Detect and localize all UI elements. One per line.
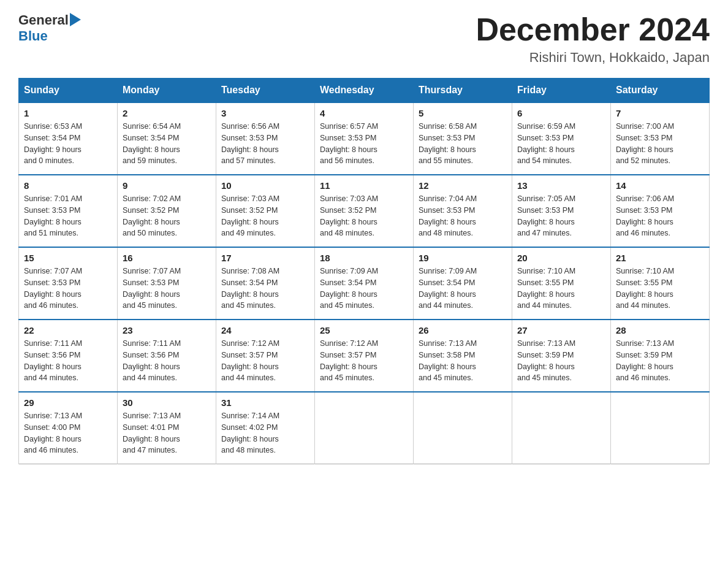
calendar-cell: 20 Sunrise: 7:10 AMSunset: 3:55 PMDaylig… (512, 247, 611, 320)
day-info: Sunrise: 7:06 AMSunset: 3:53 PMDaylight:… (616, 193, 704, 239)
day-number: 31 (221, 397, 309, 408)
header-saturday: Saturday (611, 79, 710, 103)
day-info: Sunrise: 7:05 AMSunset: 3:53 PMDaylight:… (517, 193, 605, 239)
calendar-cell: 25 Sunrise: 7:12 AMSunset: 3:57 PMDaylig… (315, 320, 414, 392)
day-info: Sunrise: 6:56 AMSunset: 3:53 PMDaylight:… (221, 121, 309, 167)
calendar-week-4: 22 Sunrise: 7:11 AMSunset: 3:56 PMDaylig… (19, 320, 710, 392)
day-number: 13 (517, 180, 605, 191)
day-info: Sunrise: 7:11 AMSunset: 3:56 PMDaylight:… (24, 338, 112, 384)
day-info: Sunrise: 6:57 AMSunset: 3:53 PMDaylight:… (320, 121, 408, 167)
day-number: 29 (24, 397, 112, 408)
calendar-cell: 26 Sunrise: 7:13 AMSunset: 3:58 PMDaylig… (414, 320, 512, 392)
calendar-cell: 12 Sunrise: 7:04 AMSunset: 3:53 PMDaylig… (414, 175, 512, 247)
header-friday: Friday (512, 79, 611, 103)
calendar-table: SundayMondayTuesdayWednesdayThursdayFrid… (18, 78, 710, 464)
calendar-cell (414, 392, 512, 464)
day-info: Sunrise: 7:13 AMSunset: 3:58 PMDaylight:… (419, 338, 507, 384)
day-number: 5 (419, 108, 507, 118)
calendar-week-2: 8 Sunrise: 7:01 AMSunset: 3:53 PMDayligh… (19, 175, 710, 247)
day-info: Sunrise: 7:09 AMSunset: 3:54 PMDaylight:… (419, 266, 507, 312)
calendar-cell: 15 Sunrise: 7:07 AMSunset: 3:53 PMDaylig… (19, 247, 118, 320)
day-info: Sunrise: 6:58 AMSunset: 3:53 PMDaylight:… (419, 121, 507, 167)
calendar-week-1: 1 Sunrise: 6:53 AMSunset: 3:54 PMDayligh… (19, 102, 710, 175)
day-number: 19 (419, 253, 507, 263)
day-info: Sunrise: 7:10 AMSunset: 3:55 PMDaylight:… (616, 266, 704, 312)
calendar-cell (611, 392, 710, 464)
calendar-cell (512, 392, 611, 464)
day-info: Sunrise: 7:13 AMSunset: 4:00 PMDaylight:… (24, 410, 112, 456)
calendar-cell: 9 Sunrise: 7:02 AMSunset: 3:52 PMDayligh… (118, 175, 216, 247)
page-header: General Blue December 2024 Rishiri Town,… (18, 12, 710, 66)
day-number: 18 (320, 253, 408, 263)
day-info: Sunrise: 7:03 AMSunset: 3:52 PMDaylight:… (320, 193, 408, 239)
day-info: Sunrise: 7:08 AMSunset: 3:54 PMDaylight:… (221, 266, 309, 312)
day-info: Sunrise: 7:01 AMSunset: 3:53 PMDaylight:… (24, 193, 112, 239)
day-info: Sunrise: 7:03 AMSunset: 3:52 PMDaylight:… (221, 193, 309, 239)
day-info: Sunrise: 7:04 AMSunset: 3:53 PMDaylight:… (419, 193, 507, 239)
calendar-cell: 7 Sunrise: 7:00 AMSunset: 3:53 PMDayligh… (611, 102, 710, 175)
day-number: 17 (221, 253, 309, 263)
day-number: 2 (123, 108, 211, 118)
calendar-cell: 27 Sunrise: 7:13 AMSunset: 3:59 PMDaylig… (512, 320, 611, 392)
calendar-cell: 29 Sunrise: 7:13 AMSunset: 4:00 PMDaylig… (19, 392, 118, 464)
day-number: 11 (320, 180, 408, 191)
calendar-cell: 31 Sunrise: 7:14 AMSunset: 4:02 PMDaylig… (216, 392, 315, 464)
calendar-cell: 28 Sunrise: 7:13 AMSunset: 3:59 PMDaylig… (611, 320, 710, 392)
day-number: 15 (24, 253, 112, 263)
day-info: Sunrise: 7:12 AMSunset: 3:57 PMDaylight:… (221, 338, 309, 384)
day-number: 7 (616, 108, 704, 118)
day-number: 3 (221, 108, 309, 118)
header-sunday: Sunday (19, 79, 118, 103)
calendar-cell: 5 Sunrise: 6:58 AMSunset: 3:53 PMDayligh… (414, 102, 512, 175)
day-number: 6 (517, 108, 605, 118)
logo-blue: Blue (18, 28, 48, 44)
calendar-cell: 8 Sunrise: 7:01 AMSunset: 3:53 PMDayligh… (19, 175, 118, 247)
day-info: Sunrise: 7:09 AMSunset: 3:54 PMDaylight:… (320, 266, 408, 312)
header-tuesday: Tuesday (216, 79, 315, 103)
day-info: Sunrise: 7:14 AMSunset: 4:02 PMDaylight:… (221, 410, 309, 456)
calendar-week-3: 15 Sunrise: 7:07 AMSunset: 3:53 PMDaylig… (19, 247, 710, 320)
day-number: 8 (24, 180, 112, 191)
calendar-cell: 3 Sunrise: 6:56 AMSunset: 3:53 PMDayligh… (216, 102, 315, 175)
calendar-cell: 16 Sunrise: 7:07 AMSunset: 3:53 PMDaylig… (118, 247, 216, 320)
calendar-cell: 13 Sunrise: 7:05 AMSunset: 3:53 PMDaylig… (512, 175, 611, 247)
calendar-cell (315, 392, 414, 464)
day-number: 12 (419, 180, 507, 191)
day-number: 4 (320, 108, 408, 118)
logo-general: General (18, 12, 69, 28)
day-number: 14 (616, 180, 704, 191)
day-number: 10 (221, 180, 309, 191)
calendar-cell: 11 Sunrise: 7:03 AMSunset: 3:52 PMDaylig… (315, 175, 414, 247)
calendar-cell: 19 Sunrise: 7:09 AMSunset: 3:54 PMDaylig… (414, 247, 512, 320)
header-wednesday: Wednesday (315, 79, 414, 103)
logo-arrow-icon (70, 13, 81, 26)
day-number: 9 (123, 180, 211, 191)
day-number: 16 (123, 253, 211, 263)
header-monday: Monday (118, 79, 216, 103)
calendar-cell: 2 Sunrise: 6:54 AMSunset: 3:54 PMDayligh… (118, 102, 216, 175)
day-number: 25 (320, 325, 408, 335)
calendar-week-5: 29 Sunrise: 7:13 AMSunset: 4:00 PMDaylig… (19, 392, 710, 464)
subtitle: Rishiri Town, Hokkaido, Japan (476, 50, 710, 66)
calendar-cell: 24 Sunrise: 7:12 AMSunset: 3:57 PMDaylig… (216, 320, 315, 392)
day-info: Sunrise: 7:13 AMSunset: 3:59 PMDaylight:… (517, 338, 605, 384)
calendar-cell: 23 Sunrise: 7:11 AMSunset: 3:56 PMDaylig… (118, 320, 216, 392)
calendar-header-row: SundayMondayTuesdayWednesdayThursdayFrid… (19, 79, 710, 103)
calendar-cell: 10 Sunrise: 7:03 AMSunset: 3:52 PMDaylig… (216, 175, 315, 247)
day-info: Sunrise: 7:00 AMSunset: 3:53 PMDaylight:… (616, 121, 704, 167)
day-number: 26 (419, 325, 507, 335)
day-number: 24 (221, 325, 309, 335)
day-info: Sunrise: 7:07 AMSunset: 3:53 PMDaylight:… (24, 266, 112, 312)
main-title: December 2024 (476, 12, 710, 47)
day-info: Sunrise: 6:59 AMSunset: 3:53 PMDaylight:… (517, 121, 605, 167)
day-number: 23 (123, 325, 211, 335)
calendar-cell: 1 Sunrise: 6:53 AMSunset: 3:54 PMDayligh… (19, 102, 118, 175)
day-number: 28 (616, 325, 704, 335)
day-info: Sunrise: 6:54 AMSunset: 3:54 PMDaylight:… (123, 121, 211, 167)
day-info: Sunrise: 7:10 AMSunset: 3:55 PMDaylight:… (517, 266, 605, 312)
day-info: Sunrise: 7:11 AMSunset: 3:56 PMDaylight:… (123, 338, 211, 384)
calendar-cell: 22 Sunrise: 7:11 AMSunset: 3:56 PMDaylig… (19, 320, 118, 392)
day-info: Sunrise: 7:02 AMSunset: 3:52 PMDaylight:… (123, 193, 211, 239)
day-number: 20 (517, 253, 605, 263)
day-info: Sunrise: 7:12 AMSunset: 3:57 PMDaylight:… (320, 338, 408, 384)
